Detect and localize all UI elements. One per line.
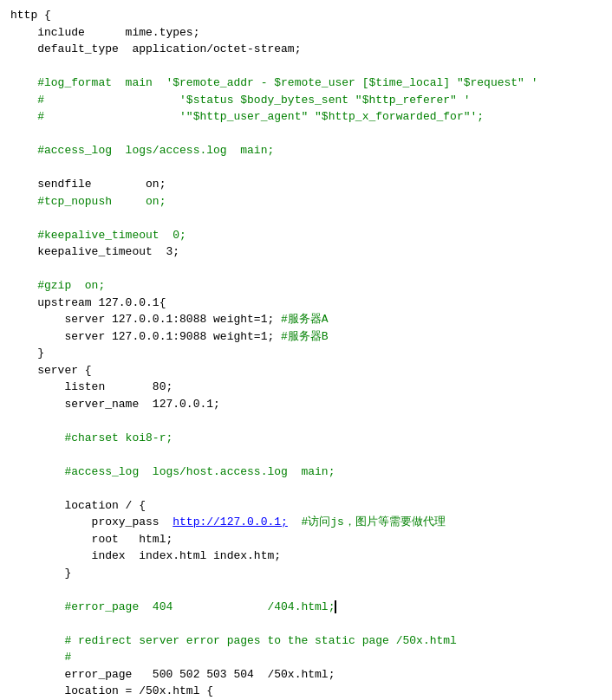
- line-3: default_type application/octet-stream;: [10, 42, 301, 55]
- line-41: location = /50x.html {: [10, 684, 213, 697]
- line-38: # redirect server error pages to the sta…: [10, 634, 457, 647]
- line-14: #keepalive_timeout 0;: [10, 229, 186, 242]
- code-content: http { include mime.types; default_type …: [10, 7, 602, 700]
- line-26: #charset koi8-r;: [10, 431, 173, 444]
- proxy-pass-link-1[interactable]: http://127.0.0.1;: [173, 515, 288, 528]
- line-5: #log_format main '$remote_addr - $remote…: [10, 76, 538, 89]
- line-2: include mime.types;: [10, 26, 199, 39]
- line-21: }: [10, 347, 44, 360]
- line-39: #: [10, 651, 71, 664]
- line-36: #error_page 404 /404.html;: [10, 600, 336, 613]
- line-11: sendfile on;: [10, 178, 166, 191]
- line-23: listen 80;: [10, 380, 173, 393]
- line-19: server 127.0.0.1:8088 weight=1; #服务器A: [10, 313, 329, 326]
- line-18: upstream 127.0.0.1{: [10, 296, 166, 309]
- line-28: #access_log logs/host.access.log main;: [10, 465, 335, 478]
- line-15: keepalive_timeout 3;: [10, 245, 179, 258]
- line-20: server 127.0.0.1:9088 weight=1; #服务器B: [10, 330, 329, 343]
- line-33: index index.html index.htm;: [10, 549, 281, 562]
- line-34: }: [10, 567, 71, 580]
- line-31: proxy_pass http://127.0.0.1; #访问js，图片等需要…: [10, 515, 446, 528]
- line-22: server {: [10, 364, 92, 377]
- line-7: # '"$http_user_agent" "$http_x_forwarded…: [10, 110, 484, 123]
- line-17: #gzip on;: [10, 279, 105, 292]
- code-editor: http { include mime.types; default_type …: [10, 7, 602, 700]
- line-1: http {: [10, 9, 51, 22]
- line-6: # '$status $body_bytes_sent "$http_refer…: [10, 94, 471, 107]
- line-32: root html;: [10, 533, 173, 546]
- line-40: error_page 500 502 503 504 /50x.html;: [10, 668, 335, 681]
- line-12: #tcp_nopush on;: [10, 195, 166, 208]
- line-9: #access_log logs/access.log main;: [10, 144, 274, 157]
- line-30: location / {: [10, 499, 146, 512]
- line-24: server_name 127.0.0.1;: [10, 398, 220, 411]
